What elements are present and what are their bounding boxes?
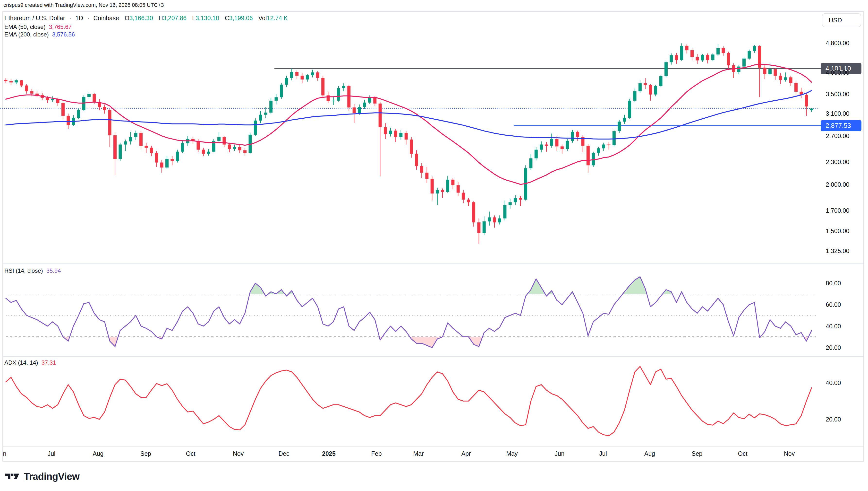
rsi-legend[interactable]: RSI (14, close)35.94: [4, 267, 61, 274]
time-axis-label: Oct: [738, 450, 748, 457]
price-axis-label: 3,500.00: [826, 90, 849, 97]
low-label: L: [192, 15, 195, 21]
ema50-value: 3,765.67: [49, 24, 71, 30]
high-value: 3,207.86: [163, 15, 187, 21]
rsi-value: 35.94: [46, 267, 61, 274]
chart-canvas[interactable]: [0, 0, 868, 491]
adx-axis-label: 20.00: [826, 416, 841, 423]
symbol-legend: Ethereum / U.S. Dollar · 1D · Coinbase O…: [4, 15, 288, 22]
legend-separator: ·: [87, 15, 89, 21]
adx-axis[interactable]: [831, 356, 864, 446]
time-axis-label: Nov: [784, 450, 795, 457]
time-axis-label: Mar: [413, 450, 424, 457]
open-value: 3,166.30: [129, 15, 153, 21]
interval-label[interactable]: 1D: [75, 15, 83, 21]
adx-label: ADX (14, 14): [4, 359, 38, 366]
rsi-axis-label: 80.00: [826, 280, 841, 287]
adx-legend[interactable]: ADX (14, 14)37.31: [4, 359, 56, 366]
ema200-value: 3,576.56: [52, 31, 75, 38]
adx-axis-label: 40.00: [826, 379, 841, 386]
low-value: 3,130.10: [195, 15, 219, 21]
time-axis-label: 2025: [322, 450, 336, 457]
ema200-line: [6, 90, 812, 139]
open-label: O: [125, 15, 129, 21]
symbol-name[interactable]: Ethereum / U.S. Dollar: [4, 15, 65, 21]
ema50-line: [6, 64, 812, 184]
price-axis-label: 2,300.00: [826, 158, 849, 165]
rsi-axis-label: 20.00: [826, 344, 841, 351]
close-value: 3,199.06: [229, 15, 253, 21]
time-axis-label: Apr: [461, 450, 471, 457]
ema200-legend[interactable]: EMA (200, close)3,576.56: [4, 31, 75, 38]
time-axis-label: Sep: [141, 450, 151, 457]
price-axis-label: 1,700.00: [826, 207, 849, 214]
time-axis-label: Feb: [371, 450, 381, 457]
price-axis-label: 4,800.00: [826, 39, 849, 47]
price-axis-label: 1,325.00: [826, 248, 849, 255]
close-label: C: [225, 15, 229, 21]
price-axis-label: 1,500.00: [826, 227, 849, 234]
ema200-label: EMA (200, close): [4, 31, 49, 38]
rsi-overbought-fill: [623, 277, 647, 294]
volume-value: 12.74 K: [267, 15, 288, 21]
tradingview-logo-icon: [5, 470, 20, 483]
time-axis-label: Jul: [48, 450, 55, 457]
adx-value: 37.31: [41, 359, 56, 366]
time-axis-label: May: [506, 450, 518, 457]
time-axis-label: Sep: [692, 450, 702, 457]
time-axis-label: Jun: [555, 450, 564, 457]
time-axis-label: Dec: [279, 450, 289, 457]
time-axis-label: Aug: [644, 450, 655, 457]
volume-label: Vol: [258, 15, 267, 21]
rsi-label: RSI (14, close): [4, 267, 43, 274]
rsi-axis[interactable]: [831, 264, 864, 356]
time-axis-label: Nov: [233, 450, 244, 457]
adx-line: [6, 367, 812, 436]
time-axis-label: Jun: [3, 450, 6, 457]
tradingview-logo[interactable]: TradingView: [5, 470, 80, 483]
ema50-legend[interactable]: EMA (50, close)3,765.67: [4, 24, 72, 30]
price-axis-label: 2,000.00: [826, 181, 849, 188]
tradingview-logo-text: TradingView: [24, 471, 80, 482]
rsi-overbought-fill: [527, 279, 545, 294]
candlestick-series: [4, 43, 813, 243]
time-axis-label: Jul: [599, 450, 607, 457]
exchange-label[interactable]: Coinbase: [93, 15, 119, 21]
legend-separator: ·: [69, 15, 71, 21]
high-label: H: [159, 15, 163, 21]
price-axis-label: 2,700.00: [826, 133, 849, 140]
price-axis-label: 3,100.00: [826, 110, 849, 117]
rsi-axis-label: 40.00: [826, 322, 841, 329]
ema50-label: EMA (50, close): [4, 24, 45, 30]
time-axis-label: Aug: [93, 450, 103, 457]
time-axis[interactable]: JunJulAugSepOctNovDec2025FebMarAprMayJun…: [3, 447, 831, 461]
time-axis-label: Oct: [186, 450, 195, 457]
rsi-axis-label: 60.00: [826, 301, 841, 308]
price-axis-label: 4,000.00: [826, 69, 849, 76]
support-price-tag: 2,877.53: [820, 120, 862, 131]
